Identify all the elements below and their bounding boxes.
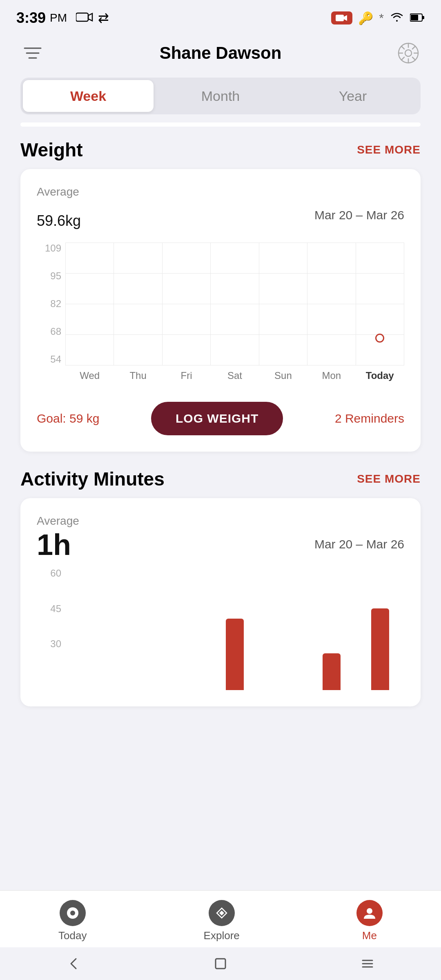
status-ampm: PM [50, 11, 67, 24]
weight-avg-value: 59.6kg [37, 201, 81, 230]
page-title: Shane Dawson [160, 43, 282, 63]
menu-button[interactable] [357, 953, 378, 974]
activity-avg-value: 1h [37, 530, 79, 559]
record-icon [331, 11, 352, 24]
y-label-54: 54 [50, 354, 61, 365]
act-y-30: 30 [50, 638, 61, 650]
settings-icon[interactable] [396, 41, 421, 65]
svg-line-14 [401, 46, 404, 49]
chart-col-sun: Sun [259, 243, 307, 365]
weight-section-header: Weight SEE MORE [20, 139, 421, 161]
act-bar-mon [323, 653, 341, 690]
nav-explore[interactable]: Explore [204, 900, 240, 942]
svg-rect-23 [216, 959, 225, 969]
activity-avg-label: Average [37, 514, 79, 528]
act-col-mon [307, 568, 356, 690]
battery-icon [410, 11, 425, 25]
weight-reminders[interactable]: 2 Reminders [335, 412, 404, 425]
weight-data-dot [375, 334, 384, 343]
status-bar: 3:39 PM ⇄ 🔑 * [0, 0, 441, 33]
chart-label-sun: Sun [274, 370, 292, 381]
activity-chart-grid [65, 568, 404, 690]
today-icon [60, 900, 86, 926]
chart-label-fri: Fri [181, 370, 192, 381]
nav-me-label: Me [362, 929, 377, 942]
act-y-45: 45 [50, 603, 61, 615]
nav-explore-label: Explore [204, 929, 240, 942]
chart-col-fri: Fri [162, 243, 210, 365]
svg-line-17 [401, 57, 404, 60]
y-label-109: 109 [45, 243, 61, 254]
header: Shane Dawson [0, 33, 441, 74]
status-time: 3:39 [16, 9, 46, 27]
weight-chart-grid: Wed Thu Fri Sat Sun Mon [65, 243, 404, 365]
weight-goal: Goal: 59 kg [37, 412, 99, 425]
act-col-wed [65, 568, 114, 690]
tab-bar: Week Month Year [20, 78, 421, 114]
tab-month[interactable]: Month [155, 80, 286, 112]
act-y-60: 60 [50, 568, 61, 579]
divider [20, 122, 421, 127]
chart-col-thu: Thu [114, 243, 162, 365]
svg-line-15 [412, 57, 415, 60]
activity-see-more[interactable]: SEE MORE [357, 472, 421, 486]
svg-rect-1 [336, 15, 344, 21]
chart-col-mon: Mon [307, 243, 355, 365]
me-icon [356, 900, 383, 926]
activity-y-axis: 60 45 30 [37, 568, 65, 674]
home-button[interactable] [210, 953, 231, 974]
act-col-sun [259, 568, 307, 690]
act-col-sat [211, 568, 259, 690]
activity-section-header: Activity Minutes SEE MORE [20, 468, 421, 490]
activity-chart: 60 45 30 [37, 568, 404, 690]
back-button[interactable] [63, 953, 84, 974]
weight-title: Weight [20, 139, 82, 161]
act-bar-today [371, 608, 389, 690]
activity-card: Average 1h Mar 20 – Mar 26 60 45 30 [20, 498, 421, 706]
activity-section: Activity Minutes SEE MORE Average 1h Mar… [20, 468, 421, 706]
nav-me[interactable]: Me [356, 900, 383, 942]
tab-container: Week Month Year [0, 74, 441, 122]
video-icon [76, 11, 94, 24]
weight-card: Average 59.6kg Mar 20 – Mar 26 109 95 82… [20, 169, 421, 452]
chart-col-sat: Sat [210, 243, 258, 365]
y-label-95: 95 [50, 270, 61, 282]
activity-date-range: Mar 20 – Mar 26 [314, 537, 404, 551]
bottom-nav: Today Explore Me [0, 890, 441, 947]
weight-y-axis: 109 95 82 68 54 [37, 243, 65, 365]
weight-section: Weight SEE MORE Average 59.6kg Mar 20 – … [20, 139, 421, 452]
log-weight-button[interactable]: LOG WEIGHT [151, 402, 283, 435]
weight-see-more[interactable]: SEE MORE [357, 143, 421, 156]
tab-week[interactable]: Week [23, 80, 154, 112]
act-col-today [356, 568, 404, 690]
svg-rect-4 [422, 16, 424, 19]
svg-marker-21 [219, 911, 224, 915]
y-label-82: 82 [50, 298, 61, 310]
chart-label-mon: Mon [322, 370, 341, 381]
bluetooth-icon: * [379, 11, 384, 25]
y-label-68: 68 [50, 326, 61, 337]
filter-icon[interactable] [20, 41, 45, 65]
chart-label-today: Today [366, 370, 394, 381]
weight-footer: Goal: 59 kg LOG WEIGHT 2 Reminders [37, 402, 404, 435]
svg-rect-0 [76, 13, 88, 21]
tab-year[interactable]: Year [287, 80, 418, 112]
chart-label-thu: Thu [129, 370, 146, 381]
svg-point-19 [70, 911, 75, 915]
svg-rect-3 [411, 15, 418, 20]
nav-today-label: Today [58, 929, 87, 942]
arrows-icon: ⇄ [98, 10, 109, 26]
explore-icon [209, 900, 235, 926]
svg-line-16 [412, 46, 415, 49]
act-col-thu [114, 568, 163, 690]
nav-today[interactable]: Today [58, 900, 87, 942]
chart-label-sat: Sat [227, 370, 242, 381]
chart-col-today: Today [356, 243, 404, 365]
act-bar-sat [226, 619, 244, 690]
status-icons-right: 🔑 * [331, 11, 425, 25]
system-nav [0, 947, 441, 980]
weight-date-range: Mar 20 – Mar 26 [314, 208, 404, 222]
act-col-fri [162, 568, 211, 690]
weight-chart: 109 95 82 68 54 Wed Thu [37, 243, 404, 381]
weight-unit: kg [65, 212, 81, 229]
